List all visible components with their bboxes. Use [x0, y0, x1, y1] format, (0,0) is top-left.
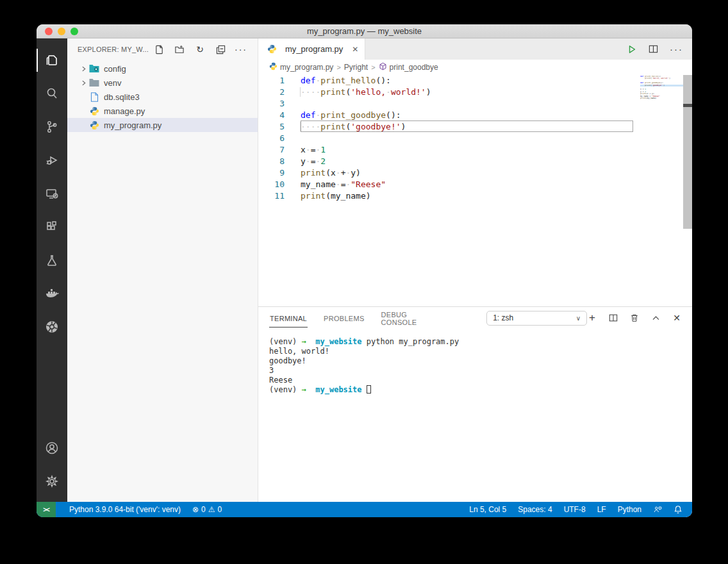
testing-flask-icon[interactable] — [37, 244, 67, 277]
maximize-panel-chevron-icon[interactable] — [650, 313, 661, 323]
breadcrumb-symbol[interactable]: print_goodbye — [379, 62, 438, 72]
code-line-2[interactable]: 2····print('hello,·world!') — [258, 87, 692, 98]
feedback-icon[interactable] — [647, 502, 668, 517]
code-line-10[interactable]: 10my_name·=·"Reese" — [258, 179, 692, 190]
remote-indicator[interactable]: >< — [37, 502, 56, 517]
new-file-icon[interactable] — [154, 44, 164, 54]
editor-scrollbar[interactable] — [683, 75, 692, 229]
search-icon[interactable] — [37, 77, 67, 110]
minimap[interactable]: def·print_hello():····print('hello,·worl… — [640, 75, 683, 99]
extensions-icon[interactable] — [37, 210, 67, 244]
terminal-shell-select[interactable]: 1: zsh ∨ — [486, 311, 587, 326]
code-editor[interactable]: 1def·print_hello():2····print('hello,·wo… — [258, 75, 692, 306]
terminal-line: (venv) → my_website python my_program.py — [269, 337, 692, 347]
source-control-icon[interactable] — [37, 110, 67, 144]
file-name: db.sqlite3 — [104, 92, 140, 102]
window-title: my_program.py — my_website — [307, 26, 422, 36]
tree-item-db-sqlite3[interactable]: db.sqlite3 — [67, 90, 258, 104]
run-and-debug-icon[interactable] — [37, 144, 67, 177]
database-icon — [88, 92, 100, 102]
tab-problems[interactable]: PROBLEMS — [323, 309, 365, 327]
tree-item-config[interactable]: config — [67, 62, 258, 76]
terminal-output[interactable]: (venv) → my_website python my_program.py… — [258, 329, 692, 502]
python-file-icon — [269, 62, 277, 72]
line-content: x·=·1 — [301, 144, 326, 156]
new-terminal-icon[interactable]: + — [587, 313, 597, 323]
code-line-6[interactable]: 6 — [258, 133, 692, 144]
python-interpreter-status[interactable]: Python 3.9.0 64-bit ('venv': venv) — [63, 502, 186, 517]
python-icon — [88, 120, 100, 130]
tab-close-icon[interactable]: ✕ — [352, 45, 358, 54]
code-lines: 1def·print_hello():2····print('hello,·wo… — [258, 75, 692, 202]
chevron-right-icon[interactable] — [78, 66, 88, 72]
code-line-7[interactable]: 7x·=·1 — [258, 144, 692, 156]
file-name: venv — [104, 78, 121, 88]
line-content: y·=·2 — [301, 156, 326, 167]
problems-status[interactable]: ⊗ 0 ⚠ 0 — [186, 502, 228, 517]
code-line-8[interactable]: 8y·=·2 — [258, 156, 692, 167]
breadcrumb-file[interactable]: my_program.py — [269, 62, 333, 72]
file-name: manage.py — [104, 106, 145, 116]
line-number: 8 — [258, 156, 301, 167]
symbol-cube-icon — [379, 62, 387, 72]
line-content: print(my_name) — [301, 190, 371, 202]
split-editor-icon[interactable] — [649, 44, 658, 54]
cursor-position-status[interactable]: Ln 5, Col 5 — [463, 502, 512, 517]
folder-icon — [88, 78, 100, 87]
close-window-button[interactable] — [45, 28, 53, 35]
explorer-icon[interactable] — [37, 44, 67, 77]
editor-more-actions-icon[interactable]: ··· — [670, 46, 683, 53]
line-content: def·print_hello(): — [301, 75, 391, 87]
encoding-status[interactable]: UTF-8 — [558, 502, 592, 517]
indentation-status[interactable]: Spaces: 4 — [512, 502, 558, 517]
breadcrumb: my_program.py > Pyright > print_goodbye — [258, 60, 692, 75]
more-actions-icon[interactable]: ··· — [236, 44, 246, 54]
tab-my-program[interactable]: my_program.py ✕ — [258, 38, 365, 60]
notifications-bell-icon[interactable] — [668, 502, 688, 517]
eol-status[interactable]: LF — [592, 502, 612, 517]
kubernetes-icon[interactable] — [37, 310, 67, 344]
breadcrumb-module[interactable]: Pyright — [344, 63, 368, 72]
code-line-9[interactable]: 9print(x·+·y) — [258, 167, 692, 179]
folder-config-icon — [88, 64, 100, 73]
minimize-window-button[interactable] — [58, 28, 65, 35]
chevron-right-icon[interactable] — [78, 80, 88, 86]
settings-gear-icon[interactable] — [37, 465, 67, 498]
terminal-line: (venv) → my_website — [269, 385, 692, 395]
tab-debug-console[interactable]: DEBUG CONSOLE — [381, 305, 445, 331]
split-terminal-icon[interactable] — [608, 313, 618, 323]
zoom-window-button[interactable] — [70, 28, 78, 35]
docker-icon[interactable] — [37, 277, 67, 310]
warnings-icon: ⚠ — [208, 505, 215, 514]
close-panel-icon[interactable]: ✕ — [672, 313, 682, 323]
run-python-file-icon[interactable] — [627, 44, 637, 54]
language-mode-status[interactable]: Python — [612, 502, 647, 517]
code-line-1[interactable]: 1def·print_hello(): — [258, 75, 692, 87]
title-bar[interactable]: my_program.py — my_website — [37, 24, 692, 38]
new-folder-icon[interactable] — [174, 44, 185, 54]
tree-item-manage-py[interactable]: manage.py — [67, 104, 258, 118]
line-number: 10 — [258, 179, 301, 190]
line-number: 5 — [258, 121, 301, 133]
chevron-down-icon: ∨ — [576, 315, 581, 322]
accounts-icon[interactable] — [37, 431, 67, 465]
terminal-line: hello, world! — [269, 347, 692, 356]
code-line-3[interactable]: 3 — [258, 98, 692, 110]
remote-explorer-icon[interactable] — [37, 177, 67, 210]
panel-header: TERMINAL PROBLEMS DEBUG CONSOLE 1: zsh ∨… — [258, 307, 692, 329]
collapse-all-icon[interactable] — [215, 44, 226, 54]
activity-bar — [37, 38, 67, 502]
line-number: 2 — [258, 87, 301, 98]
refresh-icon[interactable]: ↻ — [195, 44, 205, 54]
kill-terminal-trash-icon[interactable] — [629, 313, 640, 323]
code-line-4[interactable]: 4def·print_goodbye(): — [258, 110, 692, 121]
tab-terminal[interactable]: TERMINAL — [269, 309, 308, 328]
status-bar: >< Python 3.9.0 64-bit ('venv': venv) ⊗ … — [37, 502, 692, 517]
tree-item-venv[interactable]: venv — [67, 76, 258, 90]
line-number: 1 — [258, 75, 301, 87]
tree-item-my-program-py[interactable]: my_program.py — [67, 118, 258, 132]
line-number: 11 — [258, 190, 301, 202]
code-line-5[interactable]: 5····print('goodbye!') — [258, 121, 692, 133]
code-line-11[interactable]: 11print(my_name) — [258, 190, 692, 202]
line-content: ····print('hello,·world!') — [301, 87, 431, 98]
